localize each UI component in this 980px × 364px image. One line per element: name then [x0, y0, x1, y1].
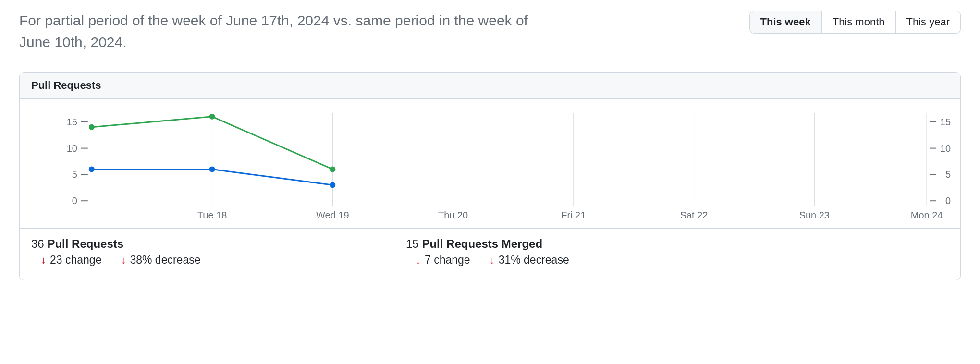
x-tick-fri: Fri 21 [561, 210, 586, 220]
y-left-tick-15: 15 [67, 117, 77, 127]
x-axis: Tue 18 Wed 19 Thu 20 Fri 21 Sat 22 Sun 2… [197, 210, 943, 220]
stat-merged-change: ↓ 7 change [416, 254, 470, 267]
y-right-tick-5: 5 [945, 169, 951, 180]
pull-requests-chart: 15 10 5 0 15 10 5 0 [20, 99, 960, 229]
x-tick-sun: Sun 23 [799, 210, 830, 220]
stat-pr-change: ↓ 23 change [41, 254, 101, 267]
stat-merged-count: 15 [406, 237, 419, 250]
x-tick-wed: Wed 19 [316, 210, 349, 220]
x-gridlines [212, 113, 927, 206]
stat-pr-percent: ↓ 38% decrease [121, 254, 200, 267]
y-axis-right: 15 10 5 0 [930, 117, 951, 206]
time-range-toggle: This week This month This year [749, 11, 961, 34]
stat-pr-change-text: 23 change [50, 254, 101, 267]
range-this-month-button[interactable]: This month [821, 11, 895, 33]
stat-merged-percent: ↓ 31% decrease [490, 254, 569, 267]
range-this-week-button[interactable]: This week [750, 11, 821, 33]
y-left-tick-0: 0 [72, 195, 77, 206]
x-tick-thu: Thu 20 [438, 210, 468, 220]
series-pull-requests-point [330, 166, 335, 172]
panel-title: Pull Requests [20, 73, 960, 99]
stat-merged: 15 Pull Requests Merged ↓ 7 change ↓ 31%… [406, 237, 742, 267]
stat-pr-percent-text: 38% decrease [130, 254, 200, 267]
stat-merged-change-text: 7 change [425, 254, 470, 267]
x-tick-mon: Mon 24 [911, 210, 943, 220]
series-merged-point [209, 166, 215, 172]
comparison-period-text: For partial period of the week of June 1… [19, 10, 538, 53]
series-pull-requests-point [209, 114, 215, 120]
stat-pr-count: 36 [31, 237, 44, 250]
range-this-year-button[interactable]: This year [895, 11, 960, 33]
stat-pr-label: Pull Requests [47, 237, 123, 250]
stat-pull-requests: 36 Pull Requests ↓ 23 change ↓ 38% decre… [31, 237, 368, 267]
arrow-down-icon: ↓ [41, 255, 46, 266]
series-pull-requests-point [89, 124, 95, 130]
y-left-tick-10: 10 [67, 143, 77, 154]
series-merged-point [330, 182, 335, 188]
pull-requests-panel: Pull Requests 15 10 5 0 15 [19, 72, 961, 280]
y-right-tick-15: 15 [940, 117, 951, 127]
y-left-tick-5: 5 [72, 169, 77, 180]
x-tick-sat: Sat 22 [680, 210, 708, 220]
stats-row: 36 Pull Requests ↓ 23 change ↓ 38% decre… [20, 229, 960, 280]
arrow-down-icon: ↓ [416, 255, 421, 266]
y-right-tick-10: 10 [940, 143, 951, 154]
arrow-down-icon: ↓ [121, 255, 126, 266]
arrow-down-icon: ↓ [490, 255, 495, 266]
y-right-tick-0: 0 [945, 195, 951, 206]
y-axis-left: 15 10 5 0 [67, 117, 88, 206]
x-tick-tue: Tue 18 [197, 210, 227, 220]
series-merged-point [89, 166, 95, 172]
stat-merged-percent-text: 31% decrease [499, 254, 569, 267]
stat-merged-label: Pull Requests Merged [422, 237, 542, 250]
